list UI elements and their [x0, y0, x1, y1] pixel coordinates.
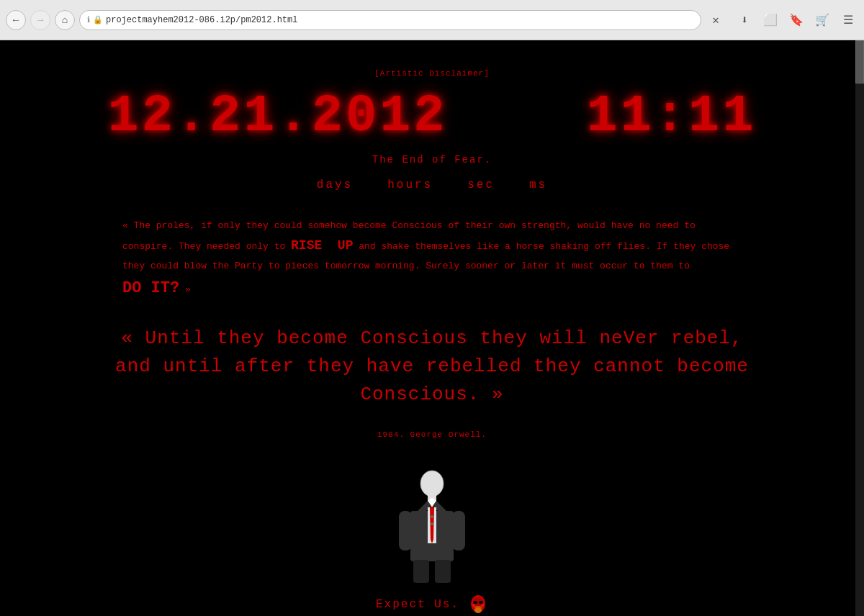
artistic-disclaimer: [Artistic Disclaimer] [374, 69, 490, 78]
large-quote-line1: « Until they become Conscious they will … [108, 325, 756, 353]
address-bar[interactable]: ℹ 🔒 projectmayhem2012-086.i2p/pm2012.htm… [79, 10, 701, 30]
clock-space [483, 91, 551, 142]
svg-point-18 [474, 607, 482, 613]
info-icon: ℹ [87, 15, 90, 24]
clock-display: 12.21.2012 11:11 [108, 91, 757, 142]
window-button[interactable]: ⬜ [760, 10, 780, 30]
large-quote: « Until they become Conscious they will … [108, 325, 756, 409]
svg-point-11 [431, 522, 433, 525]
countdown-ms: ms [529, 178, 547, 191]
countdown-days: days [317, 178, 353, 191]
clock-time: 11:11 [586, 91, 756, 142]
back-button[interactable]: ← [6, 10, 26, 30]
url-text: projectmayhem2012-086.i2p/pm2012.html [106, 15, 297, 25]
suit-figure [396, 468, 468, 583]
clock-date: 12.21.2012 [108, 91, 448, 142]
large-quote-line2: and until after they have rebelled they … [108, 353, 756, 409]
svg-rect-12 [413, 560, 429, 583]
svg-point-19 [472, 604, 475, 606]
svg-rect-6 [399, 511, 412, 551]
forward-button[interactable]: → [30, 10, 50, 30]
svg-point-16 [473, 601, 477, 604]
scrollbar-thumb[interactable] [855, 40, 864, 83]
svg-rect-13 [435, 560, 451, 583]
menu-button[interactable]: ☰ [838, 10, 858, 30]
close-tab-button[interactable]: ✕ [706, 10, 726, 30]
svg-point-20 [481, 604, 484, 606]
svg-rect-7 [452, 511, 465, 551]
bookmark-button[interactable]: 🔖 [786, 10, 806, 30]
lock-icon: 🔒 [93, 15, 103, 24]
countdown-labels: days hours sec ms [317, 178, 547, 191]
quote-end: » [179, 284, 191, 295]
page-content: [Artistic Disclaimer] 12.21.2012 11:11 T… [0, 40, 864, 616]
countdown-hours: hours [387, 178, 433, 191]
cart-button[interactable]: 🛒 [812, 10, 832, 30]
svg-point-0 [420, 471, 444, 497]
attribution: 1984. George Orwell. [377, 430, 487, 439]
suit-svg [396, 468, 468, 583]
first-quote-block: « The proles, if only they could somehow… [108, 217, 756, 303]
scrollbar-track[interactable] [855, 40, 864, 616]
expect-us-text: Expect Us. [376, 598, 459, 611]
rise-up-text: RISE UP [291, 238, 353, 253]
home-button[interactable]: ⌂ [55, 10, 75, 30]
guy-fawkes-mask-icon [468, 594, 488, 615]
svg-point-10 [431, 515, 433, 518]
countdown-sec: sec [467, 178, 495, 191]
browser-actions: ⬇ ⬜ 🔖 🛒 ☰ [734, 10, 858, 30]
download-button[interactable]: ⬇ [734, 10, 755, 30]
svg-point-17 [479, 601, 483, 604]
subtitle: The End of Fear. [372, 154, 492, 166]
expect-us-container: Expect Us. [376, 594, 488, 615]
browser-chrome: ← → ⌂ ℹ 🔒 projectmayhem2012-086.i2p/pm20… [0, 0, 864, 40]
do-it-text: DO IT? [122, 279, 179, 297]
